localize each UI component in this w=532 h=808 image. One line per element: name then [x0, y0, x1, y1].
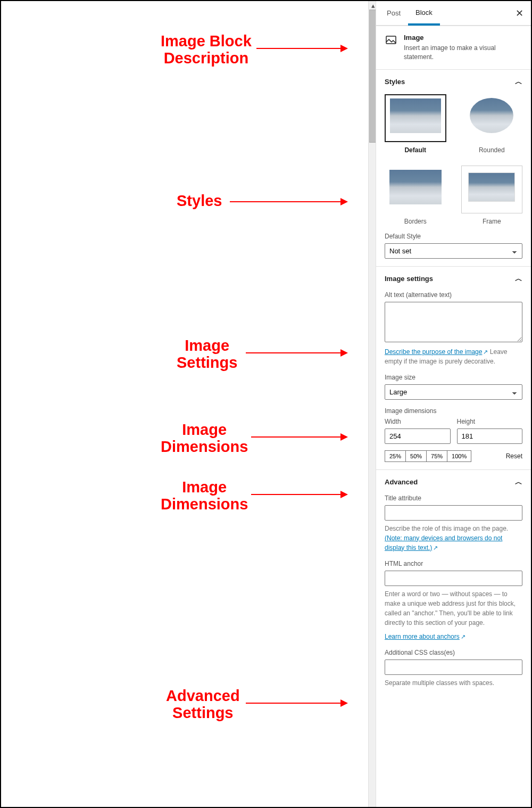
arrow-6 — [246, 703, 347, 704]
describe-purpose-link[interactable]: Describe the purpose of the image — [385, 348, 488, 356]
advanced-header[interactable]: Advanced ︿ — [385, 477, 522, 487]
chevron-up-icon: ︿ — [515, 274, 522, 284]
style-borders[interactable]: Borders — [385, 166, 446, 225]
chevron-up-icon: ︿ — [515, 77, 522, 87]
annot-image-settings: ImageSettings — [177, 337, 237, 372]
arrow-4 — [251, 436, 347, 438]
styles-panel: Styles ︿ Default Rounded Borders — [376, 69, 531, 266]
arrow-3 — [246, 352, 347, 353]
default-style-select[interactable]: Not set — [385, 243, 522, 259]
sidebar-tabs: Post Block ✕ — [376, 1, 531, 26]
chevron-up-icon: ︿ — [515, 477, 522, 487]
reset-button[interactable]: Reset — [506, 452, 522, 460]
pct-75-button[interactable]: 75% — [426, 450, 447, 462]
width-label: Width — [385, 418, 451, 425]
image-settings-panel: Image settings ︿ Alt text (alternative t… — [376, 266, 531, 469]
editor-canvas — [1, 1, 368, 807]
annot-advanced: AdvancedSettings — [166, 688, 240, 722]
style-frame[interactable]: Frame — [461, 166, 523, 225]
image-size-select[interactable]: Large — [385, 384, 522, 400]
anchor-help: Enter a word or two — without spaces — t… — [385, 589, 522, 628]
html-anchor-label: HTML anchor — [385, 560, 522, 567]
block-description-panel: Image Insert an image to make a visual s… — [376, 26, 531, 69]
alt-text-label: Alt text (alternative text) — [385, 291, 522, 299]
height-label: Height — [457, 418, 523, 425]
title-attr-input[interactable] — [385, 505, 522, 521]
block-inspector-sidebar: Post Block ✕ Image Insert an image to ma… — [376, 1, 531, 807]
arrow-1 — [256, 48, 347, 49]
style-rounded[interactable]: Rounded — [461, 94, 523, 154]
learn-anchors-link[interactable]: Learn more about anchors — [385, 633, 466, 640]
css-classes-input[interactable] — [385, 659, 522, 675]
title-attr-label: Title attribute — [385, 494, 522, 502]
arrow-5 — [251, 494, 347, 495]
close-icon[interactable]: ✕ — [514, 8, 525, 19]
title-attr-help: Describe the role of this image on the p… — [385, 524, 522, 553]
image-block-icon — [385, 34, 397, 46]
tab-block[interactable]: Block — [408, 2, 440, 26]
height-input[interactable] — [457, 428, 523, 444]
image-settings-header[interactable]: Image settings ︿ — [385, 274, 522, 284]
image-dimensions-label: Image dimensions — [385, 407, 522, 415]
image-size-label: Image size — [385, 374, 522, 381]
alt-help-text: Describe the purpose of the image Leave … — [385, 347, 522, 366]
arrow-2 — [230, 201, 347, 202]
block-subtitle: Insert an image to make a visual stateme… — [404, 44, 522, 62]
annot-styles: Styles — [177, 193, 222, 210]
styles-header[interactable]: Styles ︿ — [385, 77, 522, 87]
css-classes-label: Additional CSS class(es) — [385, 649, 522, 656]
pct-25-button[interactable]: 25% — [385, 450, 406, 462]
svg-rect-0 — [386, 36, 396, 44]
html-anchor-input[interactable] — [385, 571, 522, 586]
css-help: Separate multiple classes with spaces. — [385, 678, 522, 688]
block-title: Image — [404, 34, 522, 42]
advanced-panel: Advanced ︿ Title attribute Describe the … — [376, 469, 531, 695]
style-default[interactable]: Default — [385, 94, 446, 154]
annot-image-dimensions-2: ImageDimensions — [161, 479, 248, 513]
tab-post[interactable]: Post — [379, 1, 408, 25]
annot-block-desc: Image BlockDescription — [161, 33, 252, 67]
pct-50-button[interactable]: 50% — [405, 450, 427, 462]
default-style-label: Default Style — [385, 233, 522, 240]
annot-image-dimensions-1: ImageDimensions — [161, 422, 248, 456]
alt-text-input[interactable] — [385, 302, 522, 342]
pct-100-button[interactable]: 100% — [447, 450, 471, 462]
width-input[interactable] — [385, 428, 451, 444]
title-note-link[interactable]: (Note: many devices and browsers do not … — [385, 534, 502, 551]
